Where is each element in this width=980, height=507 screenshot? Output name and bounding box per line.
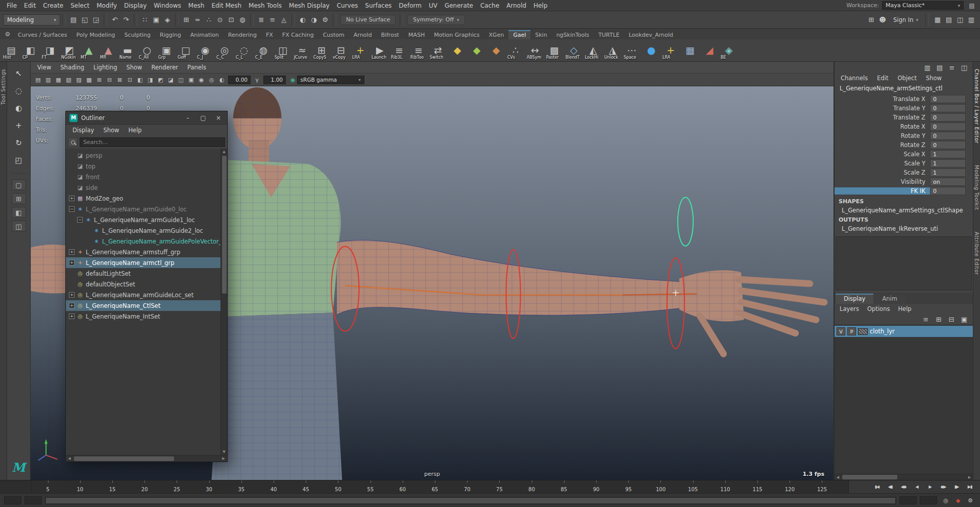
channel-value-field[interactable]: 0 — [930, 187, 966, 195]
outliner-menu-show[interactable]: Show — [99, 127, 124, 134]
outliner-item-l-generiquename-intset[interactable]: +◎L_GeneriqueName_IntSet — [66, 311, 220, 322]
channel-value-field[interactable]: 0 — [930, 141, 966, 149]
menu-edit[interactable]: Edit — [20, 2, 39, 9]
workspace-options-icon[interactable]: ▤ — [967, 2, 977, 9]
workspace-selector[interactable]: Maya Classic* ▾ — [882, 1, 964, 10]
expander-icon[interactable]: + — [69, 196, 75, 201]
outliner-menu-display[interactable]: Display — [68, 127, 99, 134]
scrollbar-thumb[interactable] — [222, 156, 227, 294]
outliner-item-side[interactable]: ◪side — [66, 182, 220, 193]
layer-menu-options[interactable]: Options — [863, 305, 894, 312]
snap-to-view-plane-icon[interactable]: ⊡ — [226, 14, 237, 26]
shelf-tab-fx[interactable]: FX — [261, 30, 278, 39]
exposure-icon[interactable]: ◐ — [217, 75, 227, 85]
channel-name[interactable]: Scale X — [835, 151, 930, 158]
frame-tick-70[interactable]: 70 — [451, 480, 483, 493]
scroll-right-icon[interactable]: ▶ — [220, 456, 227, 461]
shelf-tab-poly-modeling[interactable]: Poly Modeling — [72, 30, 120, 39]
shelf-item-hist[interactable]: ▤Hist — [2, 41, 20, 60]
side-tab-modeling-toolkit[interactable]: Modeling Toolkit — [973, 161, 980, 214]
search-input[interactable] — [80, 137, 225, 147]
grid-toggle-icon[interactable]: ⊞ — [94, 75, 104, 85]
shelf-item-split[interactable]: ◫Split — [274, 41, 292, 60]
shelf-tab-animation[interactable]: Animation — [186, 30, 224, 39]
shelf-item-vcopy[interactable]: ⊟vCopy — [332, 41, 350, 60]
shelf-item-cp[interactable]: ◧CP — [21, 41, 40, 60]
frame-tick-15[interactable]: 15 — [96, 480, 128, 493]
shape-node-name[interactable]: L_GeneriqueName_armSettings_ctlShape — [835, 206, 973, 215]
new-empty-layer-icon[interactable]: ⊞ — [933, 313, 944, 325]
shelf-tab-turtle[interactable]: TURTLE — [594, 30, 624, 39]
maximize-button[interactable]: ▢ — [195, 112, 211, 124]
menu-help[interactable]: Help — [530, 2, 551, 9]
scroll-down-icon[interactable]: ▼ — [223, 449, 225, 455]
gate-mask-icon[interactable]: ⊡ — [125, 75, 135, 85]
expander-icon[interactable]: − — [69, 206, 75, 212]
outliner-item-l-generiquename-armguide0-loc[interactable]: −∗L_GeneriqueName_armGuide0_loc — [66, 204, 220, 214]
shelf-item-rib3l[interactable]: ≡Rib3L — [390, 41, 408, 60]
pin-channel-box-icon[interactable]: ◫ — [959, 62, 970, 73]
channel-name[interactable]: Translate Z — [835, 114, 930, 121]
snap-to-curve-icon[interactable]: ≈ — [192, 14, 203, 26]
shelf-tab-curves-surfaces[interactable]: Curves / Surfaces — [13, 30, 72, 39]
menu-generate[interactable]: Generate — [441, 2, 477, 9]
scrollbar-thumb[interactable] — [842, 475, 897, 479]
shelf-item-unlock[interactable]: ◮Unlock — [603, 41, 622, 60]
channel-name[interactable]: Scale Z — [835, 169, 930, 176]
show-panel-icon[interactable]: ◫ — [954, 14, 966, 26]
persp-outliner-layout-button[interactable]: ◧ — [12, 207, 26, 218]
shelf-tab-rigging[interactable]: Rigging — [155, 30, 186, 39]
layer-options-icon[interactable]: ▣ — [959, 313, 970, 325]
menu-curves[interactable]: Curves — [333, 2, 362, 9]
shelf-item-lra[interactable]: +LRA — [351, 41, 370, 60]
save-scene-icon[interactable]: ◲ — [90, 14, 102, 26]
frame-tick-125[interactable]: 125 — [806, 480, 838, 493]
expander-icon[interactable]: + — [69, 292, 75, 298]
shelf-tab-arnold[interactable]: Arnold — [349, 30, 377, 39]
shelf-tab-ngskintools[interactable]: ngSkinTools — [552, 30, 594, 39]
frame-tick-5[interactable]: 5 — [32, 480, 64, 493]
lasso-select-tool[interactable]: ◌ — [11, 83, 27, 98]
undo-icon[interactable]: ↶ — [109, 14, 120, 26]
shelf-item-uv-grid-icon[interactable]: ▦ — [681, 41, 699, 60]
shelf-item-c-j[interactable]: ◉C_J — [196, 41, 214, 60]
menu-create[interactable]: Create — [39, 2, 67, 9]
horizontal-scrollbar[interactable]: ◀ ▶ — [835, 474, 973, 480]
safe-action-icon[interactable]: ◨ — [145, 75, 155, 85]
shelf-tab-sculpting[interactable]: Sculpting — [120, 30, 155, 39]
filter-button[interactable] — [68, 137, 78, 147]
playback-end-field[interactable] — [899, 496, 917, 504]
layer-playback-toggle[interactable]: P — [847, 327, 856, 335]
shelf-item-grp[interactable]: ▣Grp — [157, 41, 176, 60]
frame-tick-30[interactable]: 30 — [193, 480, 225, 493]
menu-surfaces[interactable]: Surfaces — [361, 2, 395, 9]
channel-box-menu-channels[interactable]: Channels — [837, 75, 872, 82]
expander-icon[interactable]: + — [69, 249, 75, 255]
shelf-item-name[interactable]: ▬Name — [118, 41, 137, 60]
minimize-button[interactable]: – — [180, 112, 195, 124]
viewport-menu-lighting[interactable]: Lighting — [89, 64, 121, 71]
menu-cache[interactable]: Cache — [477, 2, 503, 9]
range-slider-thumb[interactable] — [46, 498, 895, 503]
outliner-item-l-generiquename-armguide1-loc[interactable]: −∗L_GeneriqueName_armGuide1_loc — [66, 214, 220, 225]
time-slider-ticks[interactable]: 5101520253035404550556065707580859095100… — [32, 480, 838, 493]
side-tab-attribute-editor[interactable]: Attribute Editor — [973, 228, 980, 279]
frame-tick-120[interactable]: 120 — [774, 480, 806, 493]
selected-object-name[interactable]: L_GeneriqueName_armSettings_ctl — [835, 83, 973, 93]
shelf-item-c-c[interactable]: ◎C_C — [215, 41, 234, 60]
symmetry-selector[interactable]: Symmetry: Off ▾ — [407, 15, 464, 25]
shelf-item-paster[interactable]: ▩Paster — [545, 41, 564, 60]
shelf-item-jcurve[interactable]: ≈JCurve — [293, 41, 311, 60]
frame-tick-80[interactable]: 80 — [516, 480, 548, 493]
shelf-item-absym[interactable]: ↔ABSym — [526, 41, 544, 60]
exposure-field[interactable]: 0.00 — [228, 76, 251, 84]
persp-panel-layout-button[interactable]: ◫ — [12, 221, 26, 232]
frame-tick-85[interactable]: 85 — [548, 480, 580, 493]
shelf-editor-icon[interactable]: ⚙ — [2, 31, 13, 38]
sort-layers-icon[interactable]: ≡ — [920, 313, 932, 325]
channel-value-field[interactable]: 0 — [930, 132, 966, 140]
frame-tick-55[interactable]: 55 — [354, 480, 386, 493]
outliner-item-modzoe-geo[interactable]: +▦ModZoe_geo — [66, 193, 220, 204]
shelf-item-c-all[interactable]: ○C_All — [138, 41, 156, 60]
shelf-item-paint-brush-icon[interactable]: ◢ — [700, 41, 719, 60]
